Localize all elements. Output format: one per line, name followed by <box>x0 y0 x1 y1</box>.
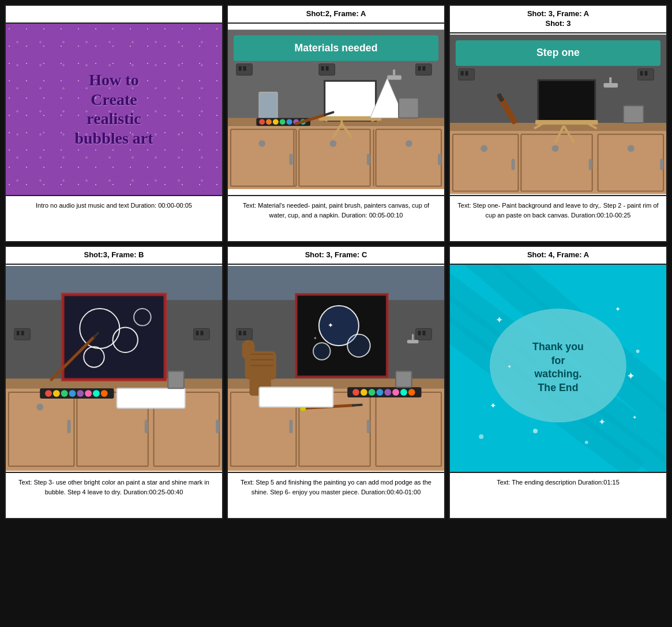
cell-6-caption: Text: The ending description Duration:01… <box>450 472 666 518</box>
svg-point-105 <box>53 390 60 397</box>
svg-rect-156 <box>407 340 419 343</box>
svg-rect-12 <box>231 129 296 186</box>
svg-rect-80 <box>17 331 20 335</box>
cell-3-image: Step one <box>450 33 666 195</box>
svg-rect-2 <box>239 66 242 70</box>
svg-point-149 <box>377 389 384 396</box>
svg-text:✦: ✦ <box>626 370 635 382</box>
svg-rect-90 <box>67 419 71 433</box>
svg-point-110 <box>93 390 100 397</box>
cell-2: Shot:2, Frame: A <box>227 5 445 242</box>
svg-rect-18 <box>367 153 370 165</box>
svg-rect-87 <box>9 392 74 466</box>
svg-point-177 <box>585 441 588 444</box>
svg-rect-120 <box>418 331 421 335</box>
svg-point-107 <box>69 390 76 397</box>
svg-rect-92 <box>216 419 219 433</box>
cell-1-image: How to Create realistic bubbles art <box>6 24 222 195</box>
cell-5-image: ✦ ✦ <box>228 265 444 472</box>
cell-4: Shot:3, Frame: B <box>5 246 223 519</box>
cell-5: Shot: 3, Frame: C <box>227 246 445 519</box>
svg-rect-14 <box>299 129 370 186</box>
svg-rect-91 <box>145 419 148 433</box>
svg-point-151 <box>392 389 399 396</box>
svg-point-133 <box>313 343 331 360</box>
cell-1-caption: Intro no audio just music and text Durat… <box>6 195 222 241</box>
svg-rect-113 <box>168 371 184 389</box>
svg-rect-32 <box>259 92 277 118</box>
svg-rect-154 <box>259 387 333 407</box>
svg-point-153 <box>408 389 415 396</box>
svg-text:✦: ✦ <box>615 305 621 313</box>
svg-rect-117 <box>239 331 242 335</box>
svg-point-35 <box>266 119 272 125</box>
svg-rect-8 <box>321 66 324 70</box>
svg-rect-45 <box>387 75 401 80</box>
svg-point-37 <box>280 119 286 125</box>
svg-rect-56 <box>453 134 518 191</box>
svg-rect-72 <box>535 120 598 125</box>
svg-rect-83 <box>196 331 199 335</box>
cell-2-image: Materials needed <box>228 24 444 195</box>
svg-rect-58 <box>598 134 663 191</box>
svg-point-152 <box>400 389 407 396</box>
cell-4-caption: Text: Step 3- use other bright color an … <box>6 472 222 518</box>
svg-rect-42 <box>399 98 419 118</box>
cell-3-header: Shot: 3, Frame: A Shot: 3 <box>450 6 666 33</box>
svg-point-21 <box>330 140 337 147</box>
svg-rect-52 <box>640 71 643 76</box>
svg-rect-61 <box>660 159 663 170</box>
svg-point-111 <box>101 390 108 397</box>
svg-rect-53 <box>645 71 648 76</box>
svg-text:for: for <box>551 355 565 366</box>
svg-point-176 <box>533 429 538 433</box>
svg-rect-3 <box>243 66 246 70</box>
svg-point-146 <box>352 389 359 396</box>
svg-text:✦: ✦ <box>632 414 637 420</box>
svg-text:✦: ✦ <box>598 417 606 427</box>
svg-rect-67 <box>538 80 595 123</box>
cell-2-header: Shot:2, Frame: A <box>228 6 444 24</box>
svg-rect-76 <box>603 83 618 88</box>
svg-rect-19 <box>438 153 441 165</box>
svg-point-150 <box>384 389 391 396</box>
svg-point-38 <box>287 119 292 125</box>
svg-rect-128 <box>367 419 370 433</box>
svg-point-62 <box>480 145 487 152</box>
svg-point-63 <box>552 145 559 152</box>
cell-4-header: Shot:3, Frame: B <box>6 247 222 265</box>
cell-6-header: Shot: 4, Frame: A <box>450 247 666 265</box>
cell-5-caption: Text: Step 5 and finishing the painting … <box>228 472 444 518</box>
svg-point-106 <box>61 390 68 397</box>
svg-point-132 <box>347 334 370 356</box>
svg-rect-13 <box>293 129 294 186</box>
svg-rect-25 <box>325 81 376 121</box>
svg-rect-137 <box>242 340 255 360</box>
svg-point-34 <box>259 119 265 125</box>
svg-rect-17 <box>290 153 293 165</box>
svg-rect-50 <box>465 71 468 76</box>
svg-rect-81 <box>21 331 24 335</box>
svg-rect-112 <box>117 388 185 408</box>
svg-point-148 <box>369 389 376 396</box>
svg-rect-118 <box>243 331 246 335</box>
svg-point-104 <box>45 390 52 397</box>
cell-4-image <box>6 265 222 472</box>
svg-point-22 <box>406 140 412 147</box>
svg-rect-6 <box>423 66 426 70</box>
svg-rect-127 <box>290 419 293 433</box>
svg-point-20 <box>258 140 265 147</box>
title-text: How to Create realistic bubbles art <box>69 65 159 153</box>
cell-6-image: Thank you for watching. The End ✦ ✦ ✦ ✦ … <box>450 265 666 472</box>
svg-rect-60 <box>589 159 592 170</box>
svg-point-147 <box>361 389 367 396</box>
svg-rect-16 <box>376 129 441 186</box>
svg-rect-155 <box>396 371 412 388</box>
storyboard: How to Create realistic bubbles art Intr… <box>5 5 667 519</box>
cell-2-caption: Text: Material's needed- paint, paint br… <box>228 195 444 241</box>
svg-text:✦: ✦ <box>490 401 497 410</box>
svg-text:watching.: watching. <box>534 368 582 380</box>
svg-point-109 <box>85 390 92 397</box>
svg-line-143 <box>353 405 362 406</box>
svg-text:✦: ✦ <box>495 315 503 325</box>
